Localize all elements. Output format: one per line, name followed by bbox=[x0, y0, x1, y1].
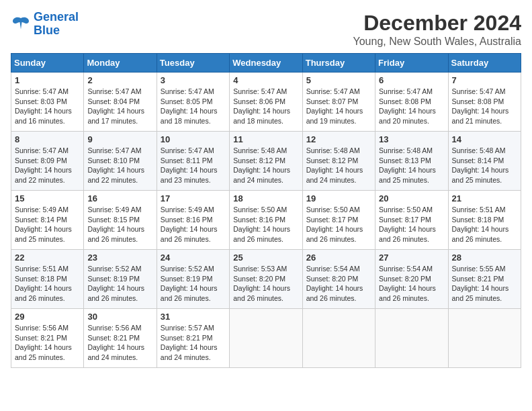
empty-cell bbox=[448, 309, 521, 368]
empty-cell bbox=[302, 309, 375, 368]
page-subtitle: Young, New South Wales, Australia bbox=[353, 36, 521, 48]
col-wednesday: Wednesday bbox=[230, 54, 302, 73]
calendar-week-row: 29 Sunrise: 5:56 AM Sunset: 8:21 PM Dayl… bbox=[11, 309, 521, 368]
table-row: 2 Sunrise: 5:47 AM Sunset: 8:04 PM Dayli… bbox=[84, 73, 157, 132]
table-row: 10 Sunrise: 5:47 AM Sunset: 8:11 PM Dayl… bbox=[157, 132, 229, 191]
table-row: 12 Sunrise: 5:48 AM Sunset: 8:12 PM Dayl… bbox=[302, 132, 375, 191]
table-row: 15 Sunrise: 5:49 AM Sunset: 8:14 PM Dayl… bbox=[11, 191, 84, 250]
table-row: 25 Sunrise: 5:53 AM Sunset: 8:20 PM Dayl… bbox=[230, 250, 302, 309]
col-monday: Monday bbox=[84, 54, 157, 73]
page-title: December 2024 bbox=[353, 11, 521, 36]
table-row: 16 Sunrise: 5:49 AM Sunset: 8:15 PM Dayl… bbox=[84, 191, 157, 250]
table-row: 8 Sunrise: 5:47 AM Sunset: 8:09 PM Dayli… bbox=[11, 132, 84, 191]
table-row: 22 Sunrise: 5:51 AM Sunset: 8:18 PM Dayl… bbox=[11, 250, 84, 309]
empty-cell bbox=[375, 309, 448, 368]
table-row: 9 Sunrise: 5:47 AM Sunset: 8:10 PM Dayli… bbox=[84, 132, 157, 191]
table-row: 21 Sunrise: 5:51 AM Sunset: 8:18 PM Dayl… bbox=[448, 191, 521, 250]
table-row: 18 Sunrise: 5:50 AM Sunset: 8:16 PM Dayl… bbox=[230, 191, 302, 250]
page-header: General Blue December 2024 Young, New So… bbox=[11, 11, 521, 48]
empty-cell bbox=[230, 309, 302, 368]
logo-icon bbox=[11, 14, 31, 34]
col-sunday: Sunday bbox=[11, 54, 84, 73]
col-saturday: Saturday bbox=[448, 54, 521, 73]
table-row: 4 Sunrise: 5:47 AM Sunset: 8:06 PM Dayli… bbox=[230, 73, 302, 132]
table-row: 7 Sunrise: 5:47 AM Sunset: 8:08 PM Dayli… bbox=[448, 73, 521, 132]
table-row: 3 Sunrise: 5:47 AM Sunset: 8:05 PM Dayli… bbox=[157, 73, 229, 132]
table-row: 31 Sunrise: 5:57 AM Sunset: 8:21 PM Dayl… bbox=[157, 309, 229, 368]
table-row: 14 Sunrise: 5:48 AM Sunset: 8:14 PM Dayl… bbox=[448, 132, 521, 191]
calendar-week-row: 22 Sunrise: 5:51 AM Sunset: 8:18 PM Dayl… bbox=[11, 250, 521, 309]
table-row: 28 Sunrise: 5:55 AM Sunset: 8:21 PM Dayl… bbox=[448, 250, 521, 309]
table-row: 1 Sunrise: 5:47 AM Sunset: 8:03 PM Dayli… bbox=[11, 73, 84, 132]
col-thursday: Thursday bbox=[302, 54, 375, 73]
table-row: 5 Sunrise: 5:47 AM Sunset: 8:07 PM Dayli… bbox=[302, 73, 375, 132]
table-row: 20 Sunrise: 5:50 AM Sunset: 8:17 PM Dayl… bbox=[375, 191, 448, 250]
col-friday: Friday bbox=[375, 54, 448, 73]
table-row: 24 Sunrise: 5:52 AM Sunset: 8:19 PM Dayl… bbox=[157, 250, 229, 309]
table-row: 29 Sunrise: 5:56 AM Sunset: 8:21 PM Dayl… bbox=[11, 309, 84, 368]
table-row: 30 Sunrise: 5:56 AM Sunset: 8:21 PM Dayl… bbox=[84, 309, 157, 368]
title-block: December 2024 Young, New South Wales, Au… bbox=[353, 11, 521, 48]
table-row: 6 Sunrise: 5:47 AM Sunset: 8:08 PM Dayli… bbox=[375, 73, 448, 132]
calendar-table: Sunday Monday Tuesday Wednesday Thursday… bbox=[11, 53, 521, 368]
table-row: 26 Sunrise: 5:54 AM Sunset: 8:20 PM Dayl… bbox=[302, 250, 375, 309]
table-row: 13 Sunrise: 5:48 AM Sunset: 8:13 PM Dayl… bbox=[375, 132, 448, 191]
calendar-week-row: 8 Sunrise: 5:47 AM Sunset: 8:09 PM Dayli… bbox=[11, 132, 521, 191]
table-row: 27 Sunrise: 5:54 AM Sunset: 8:20 PM Dayl… bbox=[375, 250, 448, 309]
table-row: 17 Sunrise: 5:49 AM Sunset: 8:16 PM Dayl… bbox=[157, 191, 229, 250]
table-row: 19 Sunrise: 5:50 AM Sunset: 8:17 PM Dayl… bbox=[302, 191, 375, 250]
calendar-week-row: 15 Sunrise: 5:49 AM Sunset: 8:14 PM Dayl… bbox=[11, 191, 521, 250]
logo: General Blue bbox=[11, 11, 79, 38]
calendar-header-row: Sunday Monday Tuesday Wednesday Thursday… bbox=[11, 54, 521, 73]
logo-text: General Blue bbox=[34, 11, 79, 38]
table-row: 23 Sunrise: 5:52 AM Sunset: 8:19 PM Dayl… bbox=[84, 250, 157, 309]
table-row: 11 Sunrise: 5:48 AM Sunset: 8:12 PM Dayl… bbox=[230, 132, 302, 191]
calendar-week-row: 1 Sunrise: 5:47 AM Sunset: 8:03 PM Dayli… bbox=[11, 73, 521, 132]
col-tuesday: Tuesday bbox=[157, 54, 229, 73]
